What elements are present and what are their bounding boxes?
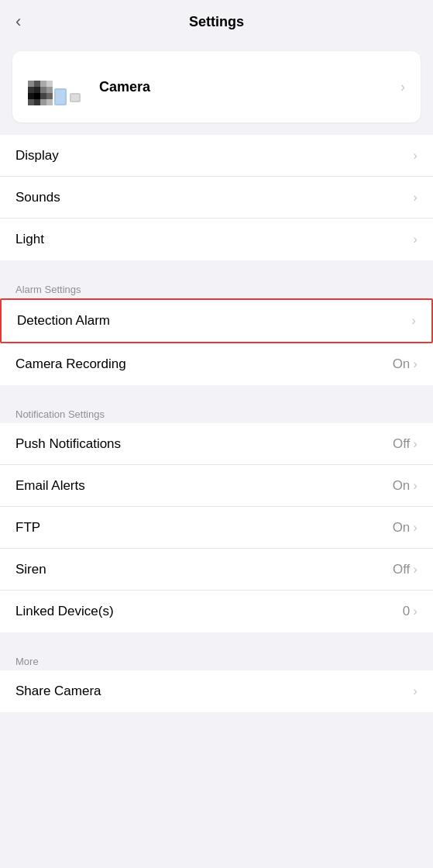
svg-rect-1 [34,81,40,87]
linked-devices-chevron-icon: › [413,604,418,619]
display-chevron-icon: › [413,148,418,164]
camera-chevron-icon: › [400,79,405,95]
share-camera-chevron-icon: › [413,684,418,699]
linked-devices-value: 0 [403,604,410,619]
display-label: Display [15,148,59,164]
svg-rect-5 [34,87,40,93]
email-alerts-chevron-icon: › [413,478,418,494]
siren-item[interactable]: Siren Off › [0,549,433,591]
share-camera-item[interactable]: Share Camera › [0,670,433,712]
page-title: Settings [189,14,244,30]
svg-rect-13 [34,99,40,105]
sounds-chevron-icon: › [413,190,418,205]
svg-rect-3 [46,81,53,87]
camera-thumbnail [28,64,90,110]
svg-rect-14 [40,99,46,105]
alarm-section-label: Alarm Settings [15,284,81,295]
ftp-label: FTP [15,520,40,536]
basic-settings-group: Display › Sounds › Light › [0,135,433,260]
svg-rect-12 [28,99,34,105]
light-item[interactable]: Light › [0,219,433,260]
light-label: Light [15,232,44,247]
alarm-section-gap [0,260,433,276]
svg-rect-6 [40,87,46,93]
camera-recording-item[interactable]: Camera Recording On › [0,343,433,385]
siren-label: Siren [15,562,46,577]
notification-settings-group: Push Notifications Off › Email Alerts On… [0,423,433,632]
svg-rect-4 [28,87,34,93]
svg-rect-7 [46,87,53,93]
svg-rect-15 [46,99,53,105]
detection-alarm-item[interactable]: Detection Alarm › [2,300,431,342]
back-button[interactable]: ‹ [15,12,21,32]
ftp-right: On › [393,520,418,536]
share-camera-right: › [413,684,418,699]
ftp-chevron-icon: › [413,520,418,536]
camera-card[interactable]: Camera › [12,51,421,122]
camera-name: Camera [99,79,150,95]
detection-alarm-chevron-icon: › [411,313,416,329]
more-section-label: More [15,656,39,667]
email-alerts-right: On › [393,478,418,494]
linked-devices-right: 0 › [403,604,418,619]
push-notifications-right: Off › [393,436,418,452]
email-alerts-item[interactable]: Email Alerts On › [0,465,433,507]
more-settings-group: Share Camera › [0,670,433,712]
sounds-right: › [413,190,418,205]
email-alerts-label: Email Alerts [15,478,85,494]
camera-recording-right: On › [393,356,418,372]
camera-card-left: Camera [28,64,150,110]
ftp-item[interactable]: FTP On › [0,507,433,549]
camera-recording-chevron-icon: › [413,356,418,372]
push-notifications-label: Push Notifications [15,436,121,452]
light-chevron-icon: › [413,232,418,247]
page-header: ‹ Settings [0,0,433,43]
linked-devices-item[interactable]: Linked Device(s) 0 › [0,591,433,632]
camera-recording-label: Camera Recording [15,356,126,372]
display-right: › [413,148,418,164]
siren-right: Off › [393,562,418,577]
share-camera-label: Share Camera [15,684,101,699]
svg-rect-11 [46,93,53,99]
sounds-label: Sounds [15,190,60,205]
more-section-header: More [0,648,433,670]
svg-rect-17 [56,90,65,104]
svg-rect-10 [40,93,46,99]
push-notifications-chevron-icon: › [413,436,418,452]
alarm-section-header: Alarm Settings [0,276,433,298]
alarm-extra-group: Camera Recording On › [0,343,433,385]
svg-rect-8 [28,93,34,99]
more-section-gap [0,632,433,648]
siren-value: Off [393,562,410,577]
linked-devices-label: Linked Device(s) [15,604,114,619]
light-right: › [413,232,418,247]
notification-section-header: Notification Settings [0,401,433,423]
svg-rect-0 [28,81,34,87]
ftp-value: On [393,520,411,536]
detection-alarm-label: Detection Alarm [17,313,110,329]
display-item[interactable]: Display › [0,135,433,177]
detection-alarm-highlighted: Detection Alarm › [0,298,433,343]
svg-rect-19 [71,95,79,101]
svg-rect-2 [40,81,46,87]
detection-alarm-right: › [411,313,416,329]
email-alerts-value: On [393,478,411,494]
notification-section-label: Notification Settings [15,408,105,420]
notification-section-gap [0,385,433,401]
push-notifications-item[interactable]: Push Notifications Off › [0,423,433,465]
siren-chevron-icon: › [413,562,418,577]
camera-recording-value: On [393,356,411,372]
sounds-item[interactable]: Sounds › [0,177,433,219]
push-notifications-value: Off [393,436,410,452]
svg-rect-9 [34,93,40,99]
